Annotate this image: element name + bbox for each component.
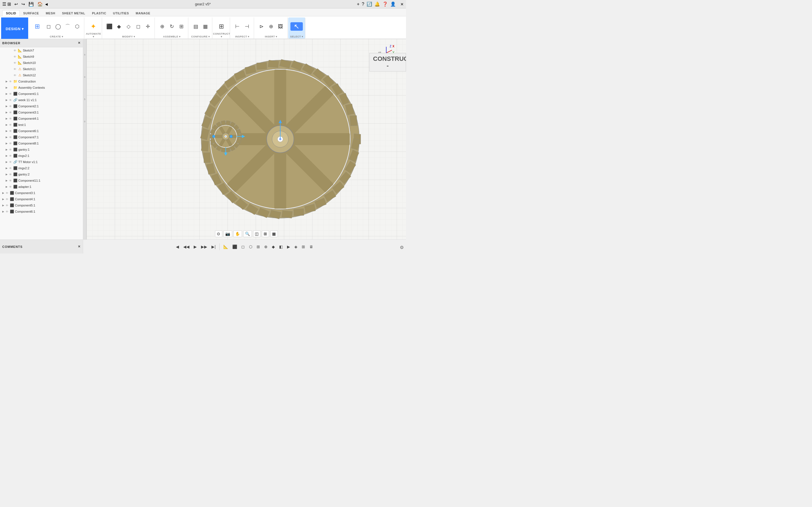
motion-button[interactable]: ↻ <box>167 23 176 30</box>
bottom-contact-button[interactable]: ◆ <box>270 244 276 250</box>
visibility-icon[interactable]: 👁 <box>13 61 17 64</box>
browser-content[interactable]: 👁 📐 Sketch7 👁 📐 Sketch9 👁 📐 Sketch10 👁 ⚠ <box>0 47 83 239</box>
list-item[interactable]: ▶ 👁 ⬛ Component3:1 <box>0 190 83 196</box>
bottom-end-button[interactable]: ▶| <box>210 244 217 250</box>
save-button[interactable]: 💾 <box>28 1 35 7</box>
undo-button[interactable]: ↩ <box>13 1 19 7</box>
visibility-icon[interactable]: 👁 <box>6 210 10 213</box>
redo-button[interactable]: ↪ <box>20 1 26 7</box>
configure1-button[interactable]: ▤ <box>191 23 200 30</box>
settings-icon[interactable]: ⚙ <box>400 245 404 250</box>
list-item[interactable]: ▶ 👁 ⬛ test:1 <box>0 122 83 128</box>
list-item[interactable]: ▶ 👁 🔗 week 11 v1:1 <box>0 97 83 103</box>
list-item[interactable]: 👁 📐 Sketch9 <box>0 54 83 60</box>
back-icon[interactable]: ◀ <box>45 2 48 6</box>
chamfer-button[interactable]: ◇ <box>124 23 133 30</box>
tab-manage[interactable]: MANAGE <box>132 10 154 16</box>
select-label[interactable]: SELECT ▾ <box>288 35 305 38</box>
bottom-history-button[interactable]: ⊞ <box>300 244 307 250</box>
list-item[interactable]: ▶ 👁 ⬛ gantry:2 <box>0 171 83 177</box>
visibility-icon[interactable]: 👁 <box>13 49 17 52</box>
contact-button[interactable]: ⊞ <box>177 23 186 30</box>
assemble-label[interactable]: ASSEMBLE ▾ <box>155 35 188 38</box>
list-item[interactable]: 👁 ⚠ Sketch12 <box>0 72 83 78</box>
visibility-icon[interactable]: 👁 <box>9 154 13 158</box>
bottom-skip-back-button[interactable]: ◀◀ <box>182 244 191 250</box>
insert1-button[interactable]: ⊳ <box>257 23 266 30</box>
list-item[interactable]: ▶ 👁 ⬛ Component6:1 <box>0 128 83 134</box>
create-label[interactable]: CREATE ▾ <box>29 35 84 38</box>
help-icon[interactable]: ? <box>362 2 364 7</box>
viewport-pan-button[interactable]: ✋ <box>233 230 242 237</box>
select-button[interactable]: ↖ <box>290 22 303 31</box>
comments-close-icon[interactable]: ✕ <box>78 245 81 248</box>
insert-label[interactable]: INSERT ▾ <box>255 35 287 38</box>
visibility-icon[interactable]: 👁 <box>13 55 17 58</box>
list-item[interactable]: ▶ 👁 ⬛ ringv2:2 <box>0 165 83 171</box>
modify-label[interactable]: MODIFY ▾ <box>103 35 154 38</box>
bottom-back-button[interactable]: ◀ <box>174 244 181 250</box>
bottom-surface-button[interactable]: ◻ <box>240 244 246 250</box>
visibility-icon[interactable]: 👁 <box>9 136 13 139</box>
close-icon[interactable]: ✕ <box>400 2 404 6</box>
construct-button[interactable]: ⊞ <box>215 22 227 31</box>
loft-button[interactable]: ⬡ <box>73 23 82 30</box>
bell-icon[interactable]: 🔔 <box>374 1 380 7</box>
visibility-icon[interactable]: 👁 <box>9 129 13 133</box>
visibility-icon[interactable]: 👁 <box>6 198 10 201</box>
list-item[interactable]: ▶ 👁 ⬛ Component4:1 <box>0 115 83 122</box>
bottom-skip-fwd-button[interactable]: ▶▶ <box>199 244 209 250</box>
bottom-component-button[interactable]: ◧ <box>277 244 285 250</box>
grid-icon[interactable]: ⊞ <box>7 1 11 7</box>
bottom-joint-button[interactable]: ⊕ <box>262 244 269 250</box>
shell-button[interactable]: ◻ <box>134 23 143 30</box>
bottom-timeline-button[interactable]: ▶ <box>285 244 292 250</box>
browser-close-icon[interactable]: ✕ <box>78 41 81 45</box>
visibility-icon[interactable]: 👁 <box>9 179 13 182</box>
bottom-play-button[interactable]: ▶ <box>192 244 199 250</box>
tab-mesh[interactable]: MESH <box>42 10 59 16</box>
configure2-button[interactable]: ▦ <box>201 23 210 30</box>
joint-button[interactable]: ⊕ <box>158 23 167 30</box>
list-item[interactable]: ▶ 👁 ⬛ Component5:1 <box>0 202 83 209</box>
hamburger-icon[interactable]: ☰ <box>2 1 6 7</box>
automate-button[interactable]: ✦ <box>87 22 100 31</box>
viewport-grid-button[interactable]: ⊞ <box>262 230 269 237</box>
viewport-zoom-button[interactable]: 🔍 <box>243 230 252 237</box>
help2-icon[interactable]: ❓ <box>382 1 388 7</box>
visibility-icon[interactable]: 👁 <box>6 204 10 207</box>
list-item[interactable]: 👁 📐 Sketch7 <box>0 47 83 54</box>
inspect1-button[interactable]: ⊢ <box>233 23 242 30</box>
bottom-sketch-button[interactable]: 📐 <box>221 244 230 250</box>
visibility-icon[interactable]: 👁 <box>9 148 13 151</box>
visibility-icon[interactable]: 👁 <box>9 99 13 102</box>
viewport-camera-button[interactable]: 📷 <box>223 230 232 237</box>
configure-label[interactable]: CONFIGURE ▾ <box>189 35 212 38</box>
extrude-button[interactable]: ◻ <box>44 23 53 30</box>
new-component-button[interactable]: ⊞ <box>31 22 43 31</box>
visibility-icon[interactable]: 👁 <box>9 117 13 120</box>
visibility-icon[interactable]: 👁 <box>9 142 13 145</box>
viewport-sketches-button[interactable]: ▦ <box>270 230 278 237</box>
tab-utilities[interactable]: UTILITIES <box>110 10 132 16</box>
list-item[interactable]: ▶ 👁 🔗 TT Motor v1:1 <box>0 159 83 165</box>
inspect-label[interactable]: INSPECT ▾ <box>231 35 254 38</box>
list-item[interactable]: ▶ 👁 ⬛ ringv2:1 <box>0 153 83 159</box>
automate-label[interactable]: AUTOMATE ▾ <box>85 33 102 38</box>
visibility-icon[interactable]: 👁 <box>13 74 17 77</box>
list-item[interactable]: ▶ 👁 ⬛ Component4:1 <box>0 196 83 202</box>
visibility-icon[interactable]: 👁 <box>9 111 13 114</box>
bottom-mesh-button[interactable]: ⬡ <box>247 244 254 250</box>
viewport-display-button[interactable]: ◫ <box>253 230 260 237</box>
revolve-button[interactable]: ◯ <box>54 23 63 30</box>
insert3-button[interactable]: 🖼 <box>276 23 285 30</box>
viewport-origin-button[interactable]: ⊙ <box>215 230 222 237</box>
list-item[interactable]: ▶ 👁 ⬛ Component6:1 <box>0 209 83 215</box>
visibility-icon[interactable]: 👁 <box>9 185 13 188</box>
bottom-solid-button[interactable]: ⬛ <box>231 244 239 250</box>
visibility-icon[interactable]: 👁 <box>9 123 13 126</box>
list-item[interactable]: ▶ 👁 ⬛ Component3:1 <box>0 109 83 115</box>
list-item[interactable]: ▶ 👁 ⬛ Component2:1 <box>0 103 83 109</box>
list-item[interactable]: ▶ 👁 ⬛ Component7:1 <box>0 134 83 140</box>
construct-label[interactable]: CONSTRUCT ▾ <box>213 33 230 38</box>
